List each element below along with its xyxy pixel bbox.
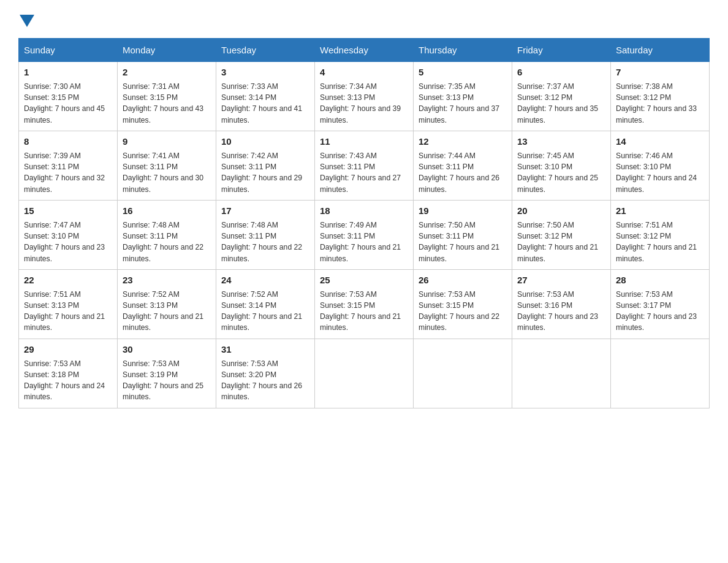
day-number: 17 (221, 204, 309, 218)
day-number: 5 (419, 66, 507, 79)
calendar-cell: 3 Sunrise: 7:33 AMSunset: 3:14 PMDayligh… (216, 62, 315, 131)
day-info: Sunrise: 7:39 AMSunset: 3:11 PMDaylight:… (24, 151, 105, 194)
day-info: Sunrise: 7:53 AMSunset: 3:18 PMDaylight:… (24, 359, 105, 402)
day-number: 30 (123, 343, 211, 356)
day-info: Sunrise: 7:53 AMSunset: 3:15 PMDaylight:… (320, 290, 401, 332)
week-row-3: 15 Sunrise: 7:47 AMSunset: 3:10 PMDaylig… (19, 200, 710, 269)
day-header-thursday: Thursday (414, 39, 512, 62)
calendar-cell (414, 339, 512, 408)
day-number: 13 (517, 135, 605, 148)
day-number: 4 (320, 66, 408, 79)
day-number: 3 (221, 66, 309, 79)
calendar-body: 1 Sunrise: 7:30 AMSunset: 3:15 PMDayligh… (19, 62, 710, 408)
day-number: 22 (24, 274, 112, 287)
day-info: Sunrise: 7:53 AMSunset: 3:15 PMDaylight:… (419, 290, 499, 332)
day-number: 7 (616, 66, 704, 79)
calendar-cell: 31 Sunrise: 7:53 AMSunset: 3:20 PMDaylig… (216, 339, 315, 408)
calendar-cell: 26 Sunrise: 7:53 AMSunset: 3:15 PMDaylig… (414, 269, 512, 339)
day-info: Sunrise: 7:38 AMSunset: 3:12 PMDaylight:… (616, 82, 697, 124)
calendar-cell: 27 Sunrise: 7:53 AMSunset: 3:16 PMDaylig… (512, 269, 611, 339)
day-number: 26 (419, 274, 507, 287)
logo-arrow-icon (20, 15, 34, 27)
day-number: 9 (123, 135, 211, 148)
calendar-cell: 23 Sunrise: 7:52 AMSunset: 3:13 PMDaylig… (118, 269, 216, 339)
calendar-cell: 30 Sunrise: 7:53 AMSunset: 3:19 PMDaylig… (118, 339, 216, 408)
calendar-cell (611, 339, 710, 408)
day-info: Sunrise: 7:52 AMSunset: 3:13 PMDaylight:… (123, 290, 203, 332)
day-info: Sunrise: 7:45 AMSunset: 3:10 PMDaylight:… (517, 151, 598, 194)
calendar-header: SundayMondayTuesdayWednesdayThursdayFrid… (19, 39, 710, 62)
day-number: 8 (24, 135, 112, 148)
day-number: 27 (517, 274, 605, 287)
logo-text (18, 12, 34, 27)
day-info: Sunrise: 7:43 AMSunset: 3:11 PMDaylight:… (320, 151, 401, 194)
day-number: 21 (616, 204, 704, 218)
calendar-cell: 28 Sunrise: 7:53 AMSunset: 3:17 PMDaylig… (611, 269, 710, 339)
calendar-cell: 24 Sunrise: 7:52 AMSunset: 3:14 PMDaylig… (216, 269, 315, 339)
day-info: Sunrise: 7:48 AMSunset: 3:11 PMDaylight:… (123, 221, 203, 263)
calendar-cell: 1 Sunrise: 7:30 AMSunset: 3:15 PMDayligh… (19, 62, 118, 131)
day-header-saturday: Saturday (611, 39, 710, 62)
week-row-2: 8 Sunrise: 7:39 AMSunset: 3:11 PMDayligh… (19, 131, 710, 200)
day-number: 24 (221, 274, 309, 287)
calendar-cell: 22 Sunrise: 7:51 AMSunset: 3:13 PMDaylig… (19, 269, 118, 339)
day-number: 2 (123, 66, 211, 79)
day-number: 16 (123, 204, 211, 218)
calendar-cell: 9 Sunrise: 7:41 AMSunset: 3:11 PMDayligh… (118, 131, 216, 200)
day-number: 29 (24, 343, 112, 356)
calendar-cell: 17 Sunrise: 7:48 AMSunset: 3:11 PMDaylig… (216, 200, 315, 269)
day-number: 15 (24, 204, 112, 218)
day-info: Sunrise: 7:42 AMSunset: 3:11 PMDaylight:… (221, 151, 302, 194)
week-row-5: 29 Sunrise: 7:53 AMSunset: 3:18 PMDaylig… (19, 339, 710, 408)
day-info: Sunrise: 7:31 AMSunset: 3:15 PMDaylight:… (123, 82, 203, 124)
calendar-cell: 16 Sunrise: 7:48 AMSunset: 3:11 PMDaylig… (118, 200, 216, 269)
calendar-cell: 11 Sunrise: 7:43 AMSunset: 3:11 PMDaylig… (315, 131, 414, 200)
day-number: 25 (320, 274, 408, 287)
day-info: Sunrise: 7:33 AMSunset: 3:14 PMDaylight:… (221, 82, 302, 124)
day-number: 6 (517, 66, 605, 79)
day-number: 20 (517, 204, 605, 218)
day-number: 28 (616, 274, 704, 287)
day-header-row: SundayMondayTuesdayWednesdayThursdayFrid… (19, 39, 710, 62)
calendar-cell: 14 Sunrise: 7:46 AMSunset: 3:10 PMDaylig… (611, 131, 710, 200)
day-info: Sunrise: 7:47 AMSunset: 3:10 PMDaylight:… (24, 221, 105, 263)
page-header (18, 12, 710, 27)
logo-blue-part (18, 12, 34, 27)
day-header-friday: Friday (512, 39, 611, 62)
calendar-cell: 25 Sunrise: 7:53 AMSunset: 3:15 PMDaylig… (315, 269, 414, 339)
day-number: 19 (419, 204, 507, 218)
calendar-cell: 21 Sunrise: 7:51 AMSunset: 3:12 PMDaylig… (611, 200, 710, 269)
day-info: Sunrise: 7:41 AMSunset: 3:11 PMDaylight:… (123, 151, 203, 194)
day-info: Sunrise: 7:53 AMSunset: 3:19 PMDaylight:… (123, 359, 203, 402)
day-number: 18 (320, 204, 408, 218)
day-number: 31 (221, 343, 309, 356)
calendar-cell: 2 Sunrise: 7:31 AMSunset: 3:15 PMDayligh… (118, 62, 216, 131)
calendar-cell: 5 Sunrise: 7:35 AMSunset: 3:13 PMDayligh… (414, 62, 512, 131)
week-row-1: 1 Sunrise: 7:30 AMSunset: 3:15 PMDayligh… (19, 62, 710, 131)
day-info: Sunrise: 7:53 AMSunset: 3:17 PMDaylight:… (616, 290, 697, 332)
day-number: 10 (221, 135, 309, 148)
calendar-cell: 6 Sunrise: 7:37 AMSunset: 3:12 PMDayligh… (512, 62, 611, 131)
calendar-cell: 18 Sunrise: 7:49 AMSunset: 3:11 PMDaylig… (315, 200, 414, 269)
day-info: Sunrise: 7:52 AMSunset: 3:14 PMDaylight:… (221, 290, 302, 332)
calendar-cell: 13 Sunrise: 7:45 AMSunset: 3:10 PMDaylig… (512, 131, 611, 200)
day-header-sunday: Sunday (19, 39, 118, 62)
day-header-tuesday: Tuesday (216, 39, 315, 62)
day-info: Sunrise: 7:30 AMSunset: 3:15 PMDaylight:… (24, 82, 105, 124)
day-info: Sunrise: 7:50 AMSunset: 3:12 PMDaylight:… (517, 221, 598, 263)
calendar-cell: 29 Sunrise: 7:53 AMSunset: 3:18 PMDaylig… (19, 339, 118, 408)
calendar-cell: 4 Sunrise: 7:34 AMSunset: 3:13 PMDayligh… (315, 62, 414, 131)
calendar-cell: 8 Sunrise: 7:39 AMSunset: 3:11 PMDayligh… (19, 131, 118, 200)
day-info: Sunrise: 7:53 AMSunset: 3:16 PMDaylight:… (517, 290, 598, 332)
day-info: Sunrise: 7:50 AMSunset: 3:11 PMDaylight:… (419, 221, 499, 263)
calendar-cell: 7 Sunrise: 7:38 AMSunset: 3:12 PMDayligh… (611, 62, 710, 131)
day-number: 1 (24, 66, 112, 79)
logo (18, 12, 34, 27)
calendar-cell: 12 Sunrise: 7:44 AMSunset: 3:11 PMDaylig… (414, 131, 512, 200)
calendar-cell: 10 Sunrise: 7:42 AMSunset: 3:11 PMDaylig… (216, 131, 315, 200)
calendar-cell: 15 Sunrise: 7:47 AMSunset: 3:10 PMDaylig… (19, 200, 118, 269)
calendar-cell: 19 Sunrise: 7:50 AMSunset: 3:11 PMDaylig… (414, 200, 512, 269)
day-header-monday: Monday (118, 39, 216, 62)
day-info: Sunrise: 7:51 AMSunset: 3:12 PMDaylight:… (616, 221, 697, 263)
day-info: Sunrise: 7:37 AMSunset: 3:12 PMDaylight:… (517, 82, 598, 124)
